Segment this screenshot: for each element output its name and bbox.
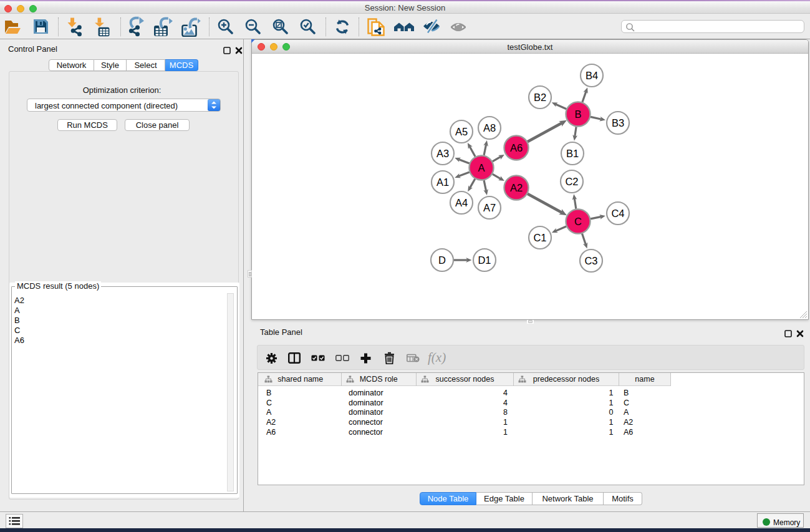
svg-text:A4: A4 — [455, 197, 468, 208]
svg-text:A5: A5 — [455, 126, 468, 137]
svg-text:A2: A2 — [510, 182, 523, 193]
svg-text:C1: C1 — [533, 232, 546, 243]
svg-text:B4: B4 — [586, 70, 598, 81]
svg-text:C2: C2 — [565, 176, 578, 187]
svg-text:B2: B2 — [534, 92, 546, 103]
svg-text:C3: C3 — [584, 255, 597, 266]
svg-text:A: A — [478, 162, 485, 173]
svg-text:B1: B1 — [566, 148, 579, 159]
svg-text:C4: C4 — [611, 208, 624, 219]
svg-text:D1: D1 — [478, 254, 491, 266]
svg-text:A1: A1 — [436, 177, 449, 188]
svg-text:A6: A6 — [510, 142, 523, 153]
svg-text:A3: A3 — [436, 148, 449, 159]
svg-text:B3: B3 — [612, 117, 624, 128]
svg-text:A7: A7 — [483, 202, 496, 213]
svg-text:D: D — [438, 254, 446, 266]
svg-text:A8: A8 — [483, 122, 496, 133]
svg-text:B: B — [574, 109, 581, 120]
svg-text:C: C — [574, 216, 582, 227]
